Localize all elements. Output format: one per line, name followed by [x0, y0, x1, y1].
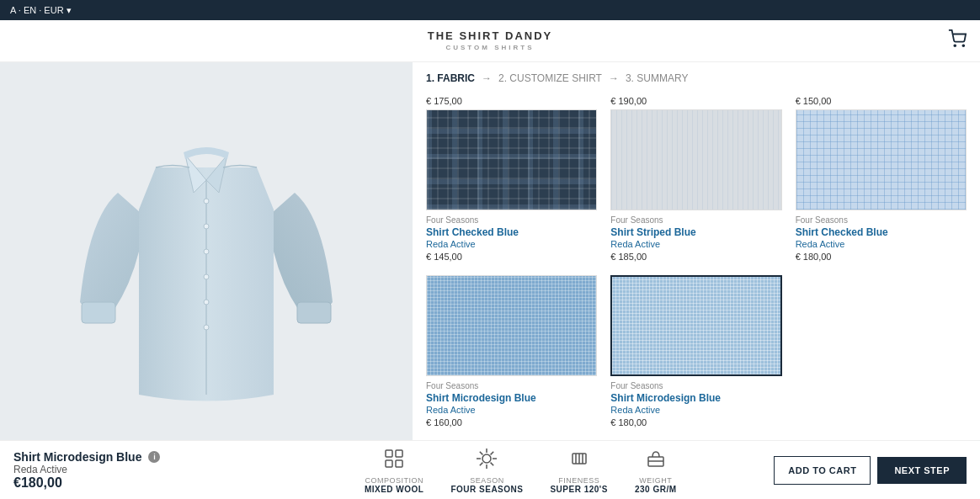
season-label: SEASON	[450, 476, 523, 485]
step-1[interactable]: 1. FABRIC	[426, 72, 475, 84]
weight-icon	[635, 447, 677, 475]
svg-line-20	[480, 451, 483, 454]
price-above-1: € 175,00	[426, 96, 597, 106]
fabric-swatch-3[interactable]	[796, 109, 967, 210]
footer-product-name: Shirt Microdesign Blue i	[13, 450, 267, 464]
weight-value: 230 GR/M	[635, 485, 677, 494]
fabric-swatch-4[interactable]	[426, 275, 597, 376]
fabric-item-3[interactable]: Four Seasons Shirt Checked Blue Reda Act…	[796, 109, 967, 262]
footer-attributes: COMPOSITION MIXED WOOL SEASON FOUR S	[267, 447, 774, 494]
fabric-brand-5[interactable]: Reda Active	[610, 405, 781, 415]
step-arrow-1: →	[482, 72, 492, 84]
svg-line-21	[491, 462, 494, 465]
fabric-item-5[interactable]: Four Seasons Shirt Microdesign Blue Reda…	[610, 275, 781, 427]
add-to-cart-button[interactable]: ADD TO CART	[774, 456, 871, 485]
shirt-svg	[72, 83, 341, 420]
footer-attr-season: SEASON FOUR SEASONS	[450, 447, 523, 494]
fabric-panel: 1. FABRIC → 2. CUSTOMIZE SHIRT → 3. SUMM…	[413, 62, 980, 440]
fabric-brand-2[interactable]: Reda Active	[610, 239, 781, 249]
svg-point-7	[204, 300, 209, 305]
svg-rect-10	[297, 302, 331, 323]
svg-point-3	[204, 199, 209, 204]
fabric-name-1[interactable]: Shirt Checked Blue	[426, 226, 597, 238]
next-step-button[interactable]: NEXT STEP	[877, 457, 967, 484]
fabric-brand-1[interactable]: Reda Active	[426, 239, 597, 249]
footer-price: €180,00	[13, 475, 267, 491]
fabric-season-3: Four Seasons	[796, 215, 967, 225]
svg-rect-9	[82, 302, 115, 323]
svg-point-5	[204, 249, 209, 254]
season-icon	[450, 447, 523, 475]
composition-icon	[365, 447, 424, 475]
step-arrow-2: →	[609, 72, 619, 84]
fabric-name-4[interactable]: Shirt Microdesign Blue	[426, 392, 597, 404]
fabric-item-2[interactable]: Four Seasons Shirt Striped Blue Reda Act…	[610, 109, 781, 262]
fabric-item-4[interactable]: Four Seasons Shirt Microdesign Blue Reda…	[426, 275, 597, 427]
logo-line2: CUSTOM SHIRTS	[428, 44, 552, 52]
svg-point-15	[482, 454, 491, 463]
season-value: FOUR SEASONS	[450, 485, 523, 494]
composition-label: COMPOSITION	[365, 476, 424, 485]
steps-nav: 1. FABRIC → 2. CUSTOMIZE SHIRT → 3. SUMM…	[426, 72, 967, 84]
fabric-season-1: Four Seasons	[426, 215, 597, 225]
footer: Shirt Microdesign Blue i Reda Active €18…	[0, 440, 980, 499]
price-above-2: € 190,00	[610, 96, 781, 106]
locale-selector[interactable]: A · EN · EUR ▾	[10, 5, 72, 16]
fabric-brand-4[interactable]: Reda Active	[426, 405, 597, 415]
fabric-name-2[interactable]: Shirt Striped Blue	[610, 226, 781, 238]
logo: THE SHIRT DANDY CUSTOM SHIRTS	[428, 29, 552, 52]
step-3[interactable]: 3. SUMMARY	[626, 72, 688, 84]
svg-rect-12	[396, 450, 402, 457]
svg-rect-14	[396, 460, 402, 467]
logo-line1: THE SHIRT DANDY	[428, 29, 552, 44]
fabric-placeholder	[796, 275, 967, 427]
fabric-season-5: Four Seasons	[610, 381, 781, 390]
svg-rect-11	[386, 450, 392, 457]
weight-label: WEIGHT	[635, 476, 677, 485]
step-2[interactable]: 2. CUSTOMIZE SHIRT	[498, 72, 602, 84]
top-bar: A · EN · EUR ▾	[0, 0, 980, 20]
shirt-preview	[0, 62, 413, 440]
svg-rect-13	[386, 460, 392, 467]
composition-value: MIXED WOOL	[365, 485, 424, 494]
fabric-price-5: € 180,00	[610, 417, 781, 427]
fabric-season-4: Four Seasons	[426, 381, 597, 390]
footer-attr-composition: COMPOSITION MIXED WOOL	[365, 447, 424, 494]
product-info-icon[interactable]: i	[148, 451, 160, 463]
fabric-price-3: € 180,00	[796, 252, 967, 262]
svg-line-22	[491, 451, 494, 454]
fabric-price-1: € 145,00	[426, 252, 597, 262]
svg-point-4	[204, 224, 209, 229]
fabric-name-3[interactable]: Shirt Checked Blue	[796, 226, 967, 238]
svg-point-0	[954, 45, 956, 46]
fabric-name-5[interactable]: Shirt Microdesign Blue	[610, 392, 781, 404]
fabric-item-1[interactable]: Four Seasons Shirt Checked Blue Reda Act…	[426, 109, 597, 262]
fineness-label: FINENESS	[550, 476, 607, 485]
footer-attr-weight: WEIGHT 230 GR/M	[635, 447, 677, 494]
main-header: THE SHIRT DANDY CUSTOM SHIRTS	[0, 20, 980, 62]
fabric-swatch-2[interactable]	[610, 109, 781, 210]
fineness-value: SUPER 120'S	[550, 485, 607, 494]
svg-line-23	[480, 462, 483, 465]
cart-icon[interactable]	[948, 29, 967, 52]
price-above-3: € 150,00	[796, 96, 967, 106]
main-layout: 1. FABRIC → 2. CUSTOMIZE SHIRT → 3. SUMM…	[0, 62, 980, 440]
footer-attr-fineness: FINENESS SUPER 120'S	[550, 447, 607, 494]
fineness-icon	[550, 447, 607, 475]
fabric-season-2: Four Seasons	[610, 215, 781, 225]
svg-point-8	[204, 325, 209, 330]
footer-buttons: ADD TO CART NEXT STEP	[774, 456, 967, 485]
svg-point-1	[962, 45, 964, 46]
footer-product-info: Shirt Microdesign Blue i Reda Active €18…	[13, 450, 267, 491]
fabric-price-4: € 160,00	[426, 417, 597, 427]
fabric-brand-3[interactable]: Reda Active	[796, 239, 967, 249]
fabric-price-2: € 185,00	[610, 252, 781, 262]
footer-brand: Reda Active	[13, 464, 267, 475]
fabric-swatch-5[interactable]	[610, 275, 781, 376]
svg-point-6	[204, 274, 209, 279]
fabric-swatch-1[interactable]	[426, 109, 597, 210]
